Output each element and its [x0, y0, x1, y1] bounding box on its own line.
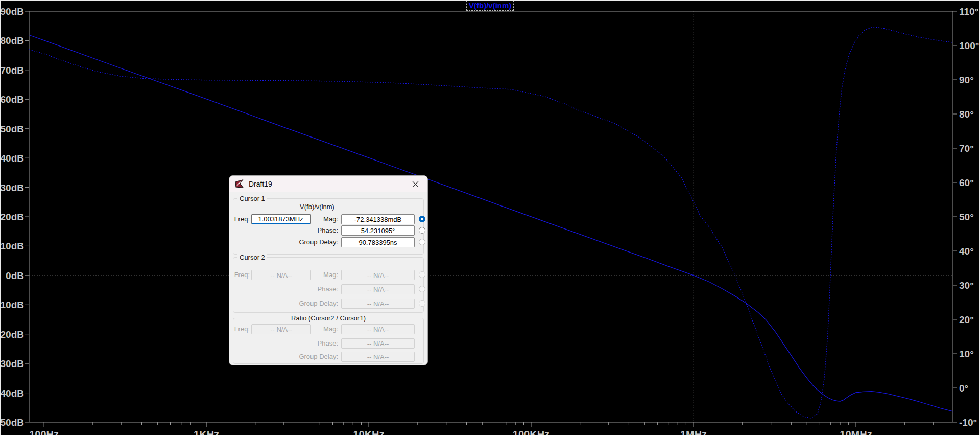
svg-text:-10dB: -10dB	[0, 300, 24, 310]
svg-text:-30dB: -30dB	[0, 358, 24, 369]
dialog-titlebar[interactable]: Draft19	[229, 176, 427, 192]
cursor2-groupdelay-radio	[419, 300, 425, 307]
cursor2-freq-label: Freq:	[231, 270, 250, 280]
svg-text:1MHz: 1MHz	[680, 429, 707, 435]
cursor1-crosshair[interactable]	[29, 11, 953, 422]
right-axis: 110°100°90°80°70°60°50°40°30°20°10°0°-10…	[953, 6, 979, 428]
svg-text:30dB: 30dB	[1, 182, 24, 193]
svg-text:90°: 90°	[959, 75, 974, 85]
close-icon	[412, 181, 419, 188]
ratio-mag-value: -- N/A--	[341, 324, 415, 334]
svg-text:30°: 30°	[959, 280, 974, 291]
cursor2-groupdelay-value: -- N/A--	[341, 299, 415, 309]
svg-text:60dB: 60dB	[1, 94, 24, 105]
ratio-phase-label: Phase:	[290, 338, 338, 349]
svg-text:90dB: 90dB	[1, 6, 24, 17]
cursor1-phase-value[interactable]: 54.231095°	[341, 225, 415, 236]
waveform-plot[interactable]: 90dB80dB70dB60dB50dB40dB30dB20dB10dB0dB-…	[0, 0, 980, 435]
svg-text:20dB: 20dB	[1, 212, 24, 222]
svg-text:40dB: 40dB	[1, 153, 24, 164]
ratio-group-label: Ratio (Cursor2 / Cursor1)	[289, 314, 368, 323]
trace-phase[interactable]	[29, 27, 953, 418]
cursor-dialog[interactable]: Draft19 Cursor 1 V(fb)/v(inm) Freq: 1.00…	[229, 175, 428, 365]
cursor2-phase-radio	[419, 286, 425, 292]
left-axis: 90dB80dB70dB60dB50dB40dB30dB20dB10dB0dB-…	[0, 6, 29, 428]
svg-text:70dB: 70dB	[1, 65, 24, 76]
svg-text:1KHz: 1KHz	[194, 429, 219, 435]
cursor1-phase-radio[interactable]	[419, 227, 425, 234]
dialog-title: Draft19	[249, 180, 272, 188]
svg-text:100KHz: 100KHz	[513, 429, 549, 435]
svg-text:10°: 10°	[959, 349, 974, 359]
cursor1-group-label: Cursor 1	[237, 195, 267, 203]
svg-text:40°: 40°	[959, 246, 974, 257]
window-edge-left	[0, 0, 1, 435]
ratio-phase-value: -- N/A--	[341, 338, 415, 349]
ltspice-logo-icon	[234, 179, 245, 189]
cursor1-mag-value[interactable]: -72.341338mdB	[341, 214, 415, 224]
svg-text:-50dB: -50dB	[0, 417, 24, 428]
cursor1-groupdelay-value[interactable]: 90.783395ns	[341, 237, 415, 247]
svg-text:80°: 80°	[959, 109, 974, 120]
close-button[interactable]	[408, 178, 422, 190]
trace-title-badge[interactable]: V(fb)/v(inm)	[466, 1, 514, 11]
cursor2-phase-label: Phase:	[290, 284, 338, 294]
svg-text:50°: 50°	[959, 212, 974, 222]
cursor2-mag-label: Mag:	[290, 270, 338, 280]
cursor1-phase-label: Phase:	[290, 225, 338, 236]
svg-text:20°: 20°	[959, 314, 974, 325]
svg-text:70°: 70°	[959, 143, 974, 154]
svg-text:50dB: 50dB	[1, 124, 24, 134]
cursor1-freq-label: Freq:	[231, 214, 250, 224]
svg-text:0°: 0°	[959, 383, 968, 394]
cursor2-mag-value: -- N/A--	[341, 270, 415, 280]
svg-text:-40dB: -40dB	[0, 388, 24, 399]
svg-text:10dB: 10dB	[1, 241, 24, 251]
x-axis: 100Hz1KHz10KHz100KHz1MHz10MHz	[29, 422, 934, 435]
svg-text:110°: 110°	[959, 6, 978, 17]
svg-text:0dB: 0dB	[6, 270, 24, 281]
bode-plot-canvas[interactable]: 90dB80dB70dB60dB50dB40dB30dB20dB10dB0dB-…	[0, 0, 980, 435]
svg-text:100°: 100°	[959, 40, 979, 51]
svg-text:10MHz: 10MHz	[840, 429, 872, 435]
window-edge-top	[0, 0, 980, 1]
ratio-mag-label: Mag:	[290, 324, 338, 334]
cursor1-mag-label: Mag:	[290, 214, 338, 224]
cursor1-groupdelay-radio[interactable]	[419, 239, 425, 245]
cursor1-groupdelay-label: Group Delay:	[290, 237, 338, 247]
svg-text:10KHz: 10KHz	[353, 429, 384, 435]
cursor2-group-label: Cursor 2	[237, 254, 267, 262]
cursor1-mag-radio[interactable]	[419, 216, 425, 222]
svg-text:60°: 60°	[959, 177, 974, 188]
plot-border	[29, 11, 953, 422]
svg-text:-20dB: -20dB	[0, 329, 24, 340]
ratio-groupdelay-label: Group Delay:	[290, 352, 338, 362]
cursor1-trace-label: V(fb)/v(inm)	[229, 203, 405, 211]
cursor2-mag-radio	[419, 271, 425, 278]
cursor2-phase-value: -- N/A--	[341, 284, 415, 294]
svg-text:80dB: 80dB	[1, 35, 24, 46]
svg-text:-10°: -10°	[959, 417, 977, 428]
ratio-groupdelay-value: -- N/A--	[341, 352, 415, 362]
ratio-freq-label: Freq:	[231, 324, 250, 334]
cursor2-groupdelay-label: Group Delay:	[290, 299, 338, 309]
trace-magnitude[interactable]	[29, 35, 953, 411]
svg-text:100Hz: 100Hz	[29, 429, 59, 435]
